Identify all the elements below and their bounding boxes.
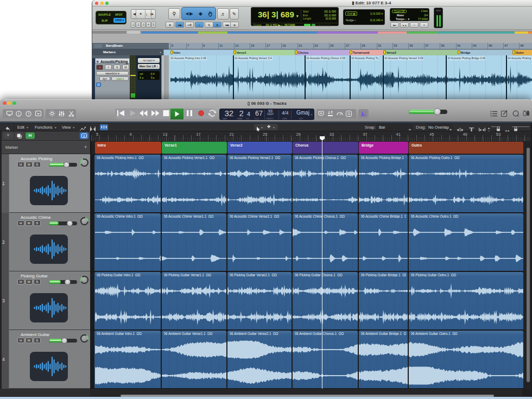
svg-text:i: i bbox=[18, 112, 19, 116]
svg-text:S: S bbox=[347, 111, 350, 116]
svg-text:?: ? bbox=[27, 112, 29, 116]
